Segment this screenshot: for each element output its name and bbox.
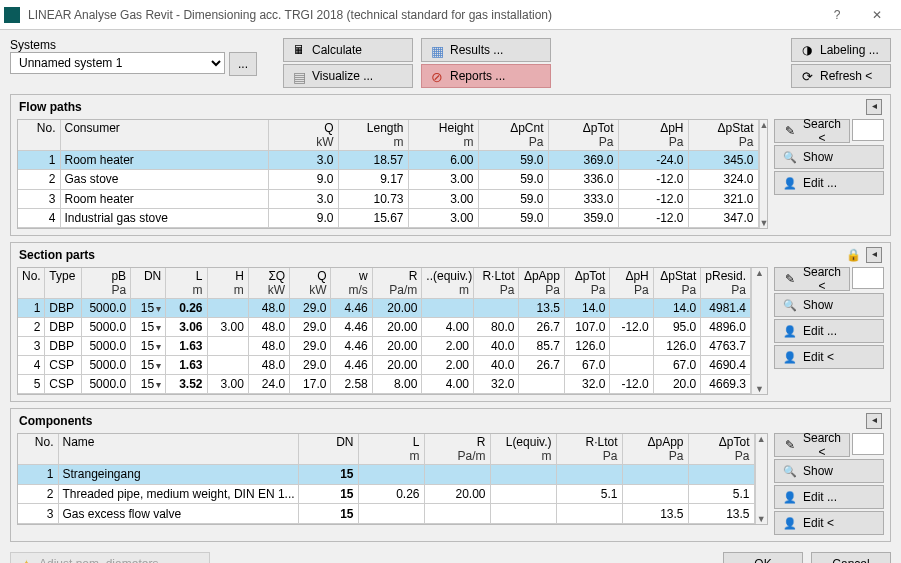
section-edit-button[interactable]: Edit ... xyxy=(774,319,884,343)
table-row[interactable]: 4Industrial gas stove9.015.673.0059.0359… xyxy=(18,208,758,227)
flow-scrollbar[interactable] xyxy=(759,120,769,228)
calculate-icon xyxy=(292,43,306,57)
components-scrollbar[interactable] xyxy=(755,434,768,524)
adjust-icon xyxy=(19,557,33,563)
section-search-button[interactable]: Search < xyxy=(774,267,850,291)
edit-icon xyxy=(783,324,797,338)
flow-search-input[interactable] xyxy=(852,119,884,141)
refresh-icon xyxy=(800,69,814,83)
edit-icon xyxy=(783,490,797,504)
results-icon xyxy=(430,43,444,57)
reports-icon xyxy=(430,69,444,83)
table-row[interactable]: 2DBP5000.0153.063.0048.029.04.4620.004.0… xyxy=(18,318,751,337)
section-parts-table[interactable]: No. Type pBPa DN Lm Hm ΣQkW QkW wm/s RPa… xyxy=(18,268,751,394)
visualize-button[interactable]: Visualize ... xyxy=(283,64,413,88)
components-collapse-button[interactable]: ◂ xyxy=(866,413,882,429)
systems-more-button[interactable]: ... xyxy=(229,52,257,76)
table-row[interactable]: 1Strangeingang15 xyxy=(18,465,754,485)
section-parts-title: Section parts xyxy=(19,248,95,262)
flow-edit-button[interactable]: Edit ... xyxy=(774,171,884,195)
components-title: Components xyxy=(19,414,92,428)
components-edit-button[interactable]: Edit ... xyxy=(774,485,884,509)
table-row[interactable]: 4CSP5000.0151.6348.029.04.4620.002.0040.… xyxy=(18,356,751,375)
flow-search-button[interactable]: Search < xyxy=(774,119,850,143)
window-title: LINEAR Analyse Gas Revit - Dimensioning … xyxy=(28,8,817,22)
search-icon xyxy=(783,272,797,286)
flow-collapse-button[interactable]: ◂ xyxy=(866,99,882,115)
components-search-button[interactable]: Search < xyxy=(774,433,850,457)
table-row[interactable]: 3Room heater3.010.733.0059.0333.0-12.032… xyxy=(18,189,758,208)
flow-paths-group: Flow paths ◂ No. Consumer QkW Lengthm xyxy=(10,94,891,236)
edit-icon xyxy=(783,516,797,530)
edit-icon xyxy=(783,176,797,190)
show-icon xyxy=(783,298,797,312)
visualize-icon xyxy=(292,69,306,83)
lock-icon xyxy=(846,248,860,262)
systems-label: Systems xyxy=(10,38,275,52)
section-collapse-button[interactable]: ◂ xyxy=(866,247,882,263)
table-row[interactable]: 3Gas excess flow valve1513.513.5 xyxy=(18,504,754,524)
ok-button[interactable]: OK xyxy=(723,552,803,563)
table-row[interactable]: 2Gas stove9.09.173.0059.0336.0-12.0324.0 xyxy=(18,170,758,189)
table-row[interactable]: 1Room heater3.018.576.0059.0369.0-24.034… xyxy=(18,151,758,170)
section-scrollbar[interactable] xyxy=(751,268,767,394)
table-row[interactable]: 2Threaded pipe, medium weight, DIN EN 1.… xyxy=(18,484,754,504)
adjust-diameters-button[interactable]: Adjust nom. diameters xyxy=(10,552,210,563)
app-logo-icon xyxy=(4,7,20,23)
show-icon xyxy=(783,150,797,164)
section-parts-group: Section parts ◂ No. Type xyxy=(10,242,891,402)
labeling-icon xyxy=(800,43,814,57)
labeling-button[interactable]: Labeling ... xyxy=(791,38,891,62)
systems-combo[interactable]: Unnamed system 1 xyxy=(10,52,225,74)
components-table[interactable]: No. Name DN Lm RPa/m L(equiv.)m R·LtotPa… xyxy=(18,434,755,524)
refresh-button[interactable]: Refresh < xyxy=(791,64,891,88)
section-search-input[interactable] xyxy=(852,267,884,289)
flow-show-button[interactable]: Show xyxy=(774,145,884,169)
section-show-button[interactable]: Show xyxy=(774,293,884,317)
reports-button[interactable]: Reports ... xyxy=(421,64,551,88)
section-edit2-button[interactable]: Edit < xyxy=(774,345,884,369)
components-group: Components ◂ No. Name DN Lm xyxy=(10,408,891,542)
components-show-button[interactable]: Show xyxy=(774,459,884,483)
components-edit2-button[interactable]: Edit < xyxy=(774,511,884,535)
search-icon xyxy=(783,438,797,452)
table-row[interactable]: 1DBP5000.0150.2648.029.04.4620.0013.514.… xyxy=(18,299,751,318)
components-search-input[interactable] xyxy=(852,433,884,455)
titlebar: LINEAR Analyse Gas Revit - Dimensioning … xyxy=(0,0,901,30)
results-button[interactable]: Results ... xyxy=(421,38,551,62)
table-row[interactable]: 3DBP5000.0151.6348.029.04.4620.002.0040.… xyxy=(18,337,751,356)
table-row[interactable]: 5CSP5000.0153.523.0024.017.02.588.004.00… xyxy=(18,375,751,394)
flow-paths-title: Flow paths xyxy=(19,100,82,114)
cancel-button[interactable]: Cancel xyxy=(811,552,891,563)
flow-paths-table[interactable]: No. Consumer QkW Lengthm Heightm ΔpCntPa… xyxy=(18,120,759,228)
calculate-button[interactable]: Calculate xyxy=(283,38,413,62)
show-icon xyxy=(783,464,797,478)
help-button[interactable]: ? xyxy=(817,4,857,26)
edit-icon xyxy=(783,350,797,364)
search-icon xyxy=(783,124,797,138)
close-button[interactable]: ✕ xyxy=(857,4,897,26)
